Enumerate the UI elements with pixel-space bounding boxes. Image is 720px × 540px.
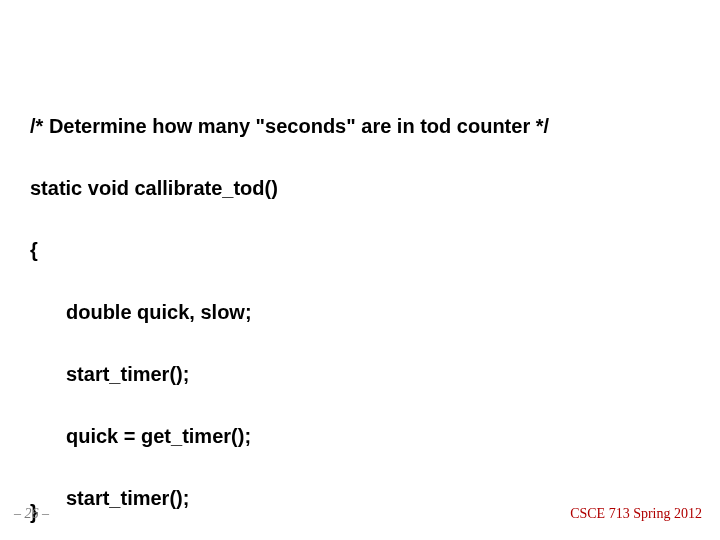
- course-label: CSCE 713 Spring 2012: [570, 506, 702, 522]
- code-line: static void callibrate_tod(): [30, 173, 690, 204]
- slide: /* Determine how many "seconds" are in t…: [0, 0, 720, 540]
- code-line: start_timer();: [30, 359, 690, 390]
- code-line: /* Determine how many "seconds" are in t…: [30, 111, 690, 142]
- footer: – 26 – CSCE 713 Spring 2012: [0, 502, 720, 522]
- code-line: quick = get_timer();: [30, 421, 690, 452]
- code-line: double quick, slow;: [30, 297, 690, 328]
- page-number: – 26 –: [14, 506, 49, 522]
- code-block: /* Determine how many "seconds" are in t…: [30, 80, 690, 540]
- code-line: {: [30, 235, 690, 266]
